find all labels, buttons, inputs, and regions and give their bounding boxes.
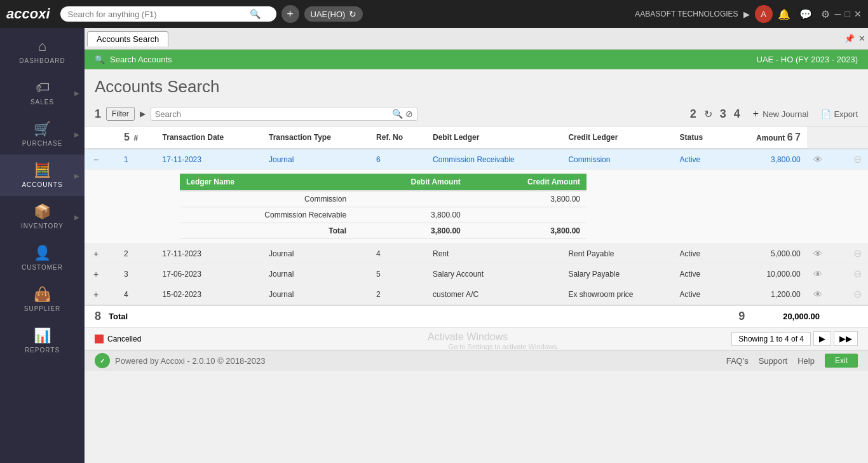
avatar: A xyxy=(755,5,773,23)
row-del[interactable]: ⊖ xyxy=(838,149,868,170)
sub-table-row: Commission Receivable 3,800.00 xyxy=(180,207,587,223)
search-filter-icon[interactable]: 🔍 xyxy=(392,109,403,119)
expand-icon[interactable]: + xyxy=(91,269,101,279)
sidebar-item-purchase[interactable]: 🛒 PURCHASE ▶ xyxy=(0,113,85,155)
filter-button[interactable]: Filter xyxy=(106,107,135,121)
sidebar-label-purchase: PURCHASE xyxy=(22,140,63,147)
minimize-button[interactable]: ─ xyxy=(835,9,841,19)
export-label: Export xyxy=(834,109,858,119)
row-del[interactable]: ⊖ xyxy=(838,264,868,284)
refresh-icon[interactable]: ↻ xyxy=(349,9,356,19)
collapse-icon[interactable]: − xyxy=(91,155,101,165)
row-expand-cell[interactable]: + xyxy=(85,244,118,264)
table-row[interactable]: − 1 17-11-2023 Journal 6 Commission Rece… xyxy=(85,149,868,170)
tab-accounts-search[interactable]: Accounts Search xyxy=(87,31,168,46)
purchase-icon: 🛒 xyxy=(34,121,51,137)
sidebar-item-accounts[interactable]: 🧮 ACCOUNTS ▶ xyxy=(0,155,85,196)
search-input[interactable] xyxy=(68,10,246,19)
sub-col-credit: Credit Amount xyxy=(467,174,587,191)
play-icon[interactable]: ▶ xyxy=(140,109,146,118)
table-footer: 8 Total 9 20,000.00 xyxy=(85,305,868,327)
support-link[interactable]: Support xyxy=(759,356,788,366)
logo: accoxi xyxy=(6,6,50,22)
row-del[interactable]: ⊖ xyxy=(838,244,868,264)
refresh-icon[interactable]: ↻ xyxy=(704,108,712,120)
sub-table-row: Ledger Name Debit Amount Credit Amount C… xyxy=(85,170,868,244)
col-ref: Ref. No xyxy=(370,127,426,149)
tab-label: Accounts Search xyxy=(97,34,159,44)
supplier-icon: 👜 xyxy=(34,286,51,303)
delete-icon[interactable]: ⊖ xyxy=(853,154,862,165)
pin-icon[interactable]: 📌 xyxy=(844,34,855,43)
sidebar-item-sales[interactable]: 🏷 SALES ▶ xyxy=(0,72,85,113)
delete-icon[interactable]: ⊖ xyxy=(853,268,862,279)
new-journal-button[interactable]: + New Journal xyxy=(748,106,814,122)
sub-total-debit: 3,800.00 xyxy=(353,223,467,239)
view-icon[interactable]: 👁 xyxy=(813,289,822,300)
row-amount: 1,200.00 xyxy=(725,284,807,305)
delete-icon[interactable]: ⊖ xyxy=(853,289,862,300)
sub-table-row: Commission 3,800.00 xyxy=(180,191,587,207)
sub-debit xyxy=(353,191,467,207)
company-pill[interactable]: UAE(HO) ↻ xyxy=(304,6,363,22)
last-page-button[interactable]: ▶▶ xyxy=(834,331,858,346)
row-amount: 5,000.00 xyxy=(725,244,807,264)
sidebar: ⌂ DASHBOARD 🏷 SALES ▶ 🛒 PURCHASE ▶ 🧮 ACC… xyxy=(0,28,85,463)
close-tab-icon[interactable]: ✕ xyxy=(858,34,865,43)
row-expand-cell[interactable]: + xyxy=(85,284,118,305)
gear-icon[interactable]: ⚙ xyxy=(821,8,830,20)
clear-filter-icon[interactable]: ⊘ xyxy=(405,109,413,119)
expand-icon[interactable]: + xyxy=(91,289,101,300)
view-icon[interactable]: 👁 xyxy=(813,269,822,279)
row-del[interactable]: ⊖ xyxy=(838,284,868,305)
bell-icon[interactable]: 🔔 xyxy=(778,8,790,20)
accounts-icon: 🧮 xyxy=(34,162,51,179)
maximize-button[interactable]: □ xyxy=(845,9,850,19)
sidebar-item-reports[interactable]: 📊 REPORTS xyxy=(0,320,85,361)
row-status: Active xyxy=(674,149,725,170)
view-icon[interactable]: 👁 xyxy=(813,155,822,165)
row-date: 15-02-2023 xyxy=(156,284,262,305)
col-credit: Credit Ledger xyxy=(562,127,673,149)
row-expand-cell[interactable]: + xyxy=(85,264,118,284)
col-expand xyxy=(85,127,118,149)
plus-icon: + xyxy=(753,108,759,120)
filter-search-input[interactable] xyxy=(155,109,392,119)
search-filter-box[interactable]: 🔍 ⊘ xyxy=(151,107,417,121)
sidebar-item-supplier[interactable]: 👜 SUPPLIER xyxy=(0,279,85,320)
faq-link[interactable]: FAQ's xyxy=(726,356,749,366)
company-name: AABASOFT TECHNOLOGIES xyxy=(635,10,738,18)
row-eye[interactable]: 👁 xyxy=(807,149,838,170)
table-row[interactable]: + 3 17-06-2023 Journal 5 Salary Account … xyxy=(85,264,868,284)
label-7: 7 xyxy=(795,132,801,142)
row-eye[interactable]: 👁 xyxy=(807,284,838,305)
chat-icon[interactable]: 💬 xyxy=(799,8,812,20)
sidebar-item-inventory[interactable]: 📦 INVENTORY ▶ xyxy=(0,196,85,237)
table-row[interactable]: + 4 15-02-2023 Journal 2 customer A/C Ex… xyxy=(85,284,868,305)
export-button[interactable]: 📄 Export xyxy=(821,109,858,119)
toolbar: 1 Filter ▶ 🔍 ⊘ 2 ↻ 3 4 + New Journal 📄 E… xyxy=(85,102,868,127)
section-header-company: UAE - HO (FY 2023 - 2023) xyxy=(757,55,858,64)
row-eye[interactable]: 👁 xyxy=(807,244,838,264)
delete-icon[interactable]: ⊖ xyxy=(853,248,862,259)
sidebar-item-customer[interactable]: 👤 CUSTOMER xyxy=(0,237,85,279)
exit-button[interactable]: Exit xyxy=(825,354,858,368)
view-icon[interactable]: 👁 xyxy=(813,249,822,259)
search-box[interactable]: 🔍 xyxy=(60,6,276,22)
next-page-button[interactable]: ▶ xyxy=(813,331,831,346)
close-button[interactable]: ✕ xyxy=(854,9,862,19)
row-credit: Commission xyxy=(562,149,673,170)
export-icon: 📄 xyxy=(821,109,831,119)
expand-icon[interactable]: + xyxy=(91,249,101,259)
help-link[interactable]: Help xyxy=(797,356,815,366)
row-eye[interactable]: 👁 xyxy=(807,264,838,284)
chevron-right-icon: ▶ xyxy=(74,130,79,137)
row-date: 17-11-2023 xyxy=(156,244,262,264)
sub-ledger: Commission Receivable xyxy=(180,207,353,223)
sidebar-item-dashboard[interactable]: ⌂ DASHBOARD xyxy=(0,31,85,72)
row-id: 4 xyxy=(118,284,156,305)
table-row[interactable]: + 2 17-11-2023 Journal 4 Rent Rent Payab… xyxy=(85,244,868,264)
row-expand-cell[interactable]: − xyxy=(85,149,118,170)
add-button[interactable]: + xyxy=(281,5,299,23)
table-area: 5 # Transaction Date Transaction Type Re… xyxy=(85,127,868,463)
